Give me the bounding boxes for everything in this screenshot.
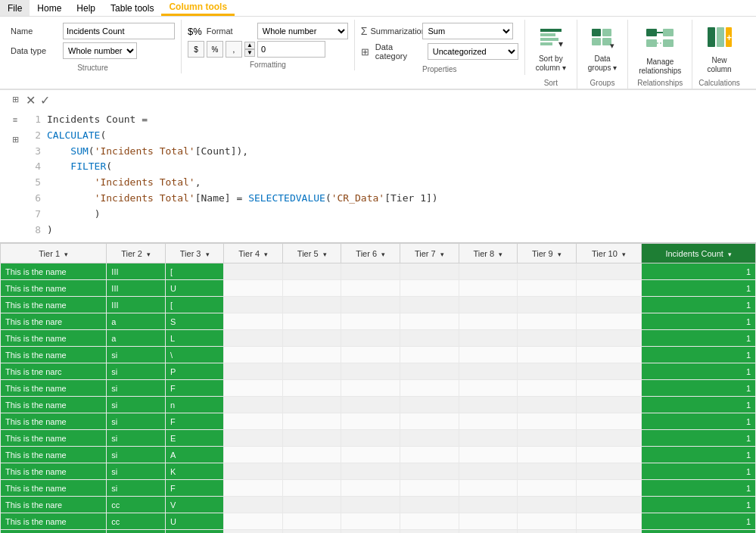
cell-tier2: e (107, 530, 166, 533)
svg-rect-6 (602, 29, 611, 36)
cell-tier3: U (165, 280, 224, 297)
relationships-group-label: Relationships (637, 76, 683, 87)
cell-tier4 (224, 347, 283, 363)
cell-tier8 (459, 497, 518, 513)
cell-tier9 (518, 463, 577, 480)
cell-tier4 (224, 497, 283, 513)
col-tier7[interactable]: Tier 7 ▾ (400, 244, 459, 263)
table-row: This is the namesi\1 (1, 347, 756, 363)
datacategory-select[interactable]: Uncategorized (428, 43, 518, 60)
menu-table-tools[interactable]: Table tools (103, 0, 161, 16)
cell-tier2: III (107, 297, 166, 313)
properties-controls: Σ Summarization Sum ⊞ Data category Unca… (361, 23, 518, 62)
cell-incidents-count: 1 (642, 497, 756, 513)
decimal-spinner[interactable]: ▲ ▼ (244, 42, 255, 57)
svg-rect-10 (646, 29, 657, 36)
cell-tier2: si (107, 430, 166, 447)
cell-tier1: This is the name (1, 430, 107, 447)
format-select[interactable]: Whole number (257, 23, 348, 39)
cell-incidents-count: 1 (642, 263, 756, 280)
cell-tier9 (518, 280, 577, 297)
svg-rect-7 (592, 38, 601, 45)
cell-tier6 (341, 497, 400, 513)
svg-rect-5 (592, 29, 601, 36)
cell-tier8 (459, 297, 518, 313)
formula-line-8: 8) (26, 223, 751, 238)
cell-tier8 (459, 397, 518, 413)
cell-tier3: [ (165, 263, 224, 280)
cell-incidents-count: 1 (642, 480, 756, 497)
cell-tier1: This is the name (1, 280, 107, 297)
cell-tier8 (459, 263, 518, 280)
menu-home[interactable]: Home (30, 0, 69, 16)
percent-btn[interactable]: % (207, 41, 223, 58)
name-label: Name (11, 26, 60, 36)
col-tier8[interactable]: Tier 8 ▾ (459, 244, 518, 263)
cell-tier1: This is the name (1, 397, 107, 413)
formula-line-5: 5 'Incidents Total', (26, 175, 751, 191)
menu-file[interactable]: File (0, 0, 30, 16)
name-input[interactable] (63, 23, 175, 39)
cell-tier8 (459, 380, 518, 397)
col-tier2[interactable]: Tier 2 ▾ (107, 244, 166, 263)
col-tier9[interactable]: Tier 9 ▾ (518, 244, 577, 263)
cell-tier2: cc (107, 513, 166, 530)
cell-tier2: si (107, 463, 166, 480)
data-groups-btn[interactable]: ▾ Datagroups ▾ (583, 23, 621, 76)
cell-tier4 (224, 447, 283, 463)
cell-tier1: This is the nare (1, 313, 107, 330)
col-incidents-count[interactable]: Incidents Count ▾ (642, 244, 756, 263)
table-row: This is the nameIII[1 (1, 263, 756, 280)
data-groups-label: Datagroups ▾ (588, 55, 617, 73)
manage-relationships-btn[interactable]: Managerelationships (634, 23, 686, 76)
cell-tier3: [ (165, 297, 224, 313)
svg-text:+: + (726, 33, 732, 43)
cell-tier3: S (165, 313, 224, 330)
cell-tier6 (341, 280, 400, 297)
datatype-select[interactable]: Whole number (63, 42, 137, 59)
new-column-btn[interactable]: + Newcolumn (702, 23, 738, 76)
col-tier5[interactable]: Tier 5 ▾ (282, 244, 341, 263)
col-tier6[interactable]: Tier 6 ▾ (341, 244, 400, 263)
menu-column-tools[interactable]: Column tools (161, 0, 235, 16)
col-tier3[interactable]: Tier 3 ▾ (165, 244, 224, 263)
table-body: This is the nameIII[1This is the nameIII… (1, 263, 756, 533)
cell-tier8 (459, 530, 518, 533)
col-tier10[interactable]: Tier 10 ▾ (576, 244, 642, 263)
table-area[interactable]: Tier 1 ▾ Tier 2 ▾ Tier 3 ▾ Tier 4 ▾ Tier… (0, 243, 756, 533)
summarization-select[interactable]: Sum (422, 23, 513, 39)
cell-incidents-count: 1 (642, 380, 756, 397)
sidebar-icon-3: ⊞ (12, 135, 19, 145)
cell-tier6 (341, 347, 400, 363)
cell-incidents-count: 1 (642, 430, 756, 447)
cell-tier1: This is the name (1, 530, 107, 533)
cell-tier2: si (107, 413, 166, 430)
decimal-down[interactable]: ▼ (244, 49, 255, 57)
cell-tier4 (224, 513, 283, 530)
formula-cancel-btn[interactable]: ✕ (26, 93, 36, 108)
formula-line-7: 7 ) (26, 207, 751, 223)
decimal-up[interactable]: ▲ (244, 42, 255, 49)
cell-tier9 (518, 297, 577, 313)
cell-tier10 (576, 363, 642, 380)
currency-btn[interactable]: $ (188, 41, 204, 58)
decimal-input[interactable] (257, 41, 325, 58)
menu-help[interactable]: Help (69, 0, 103, 16)
col-tier4[interactable]: Tier 4 ▾ (224, 244, 283, 263)
cell-incidents-count: 1 (642, 463, 756, 480)
svg-rect-3 (540, 42, 552, 45)
sort-by-column-btn[interactable]: ▾ Sort bycolumn ▾ (531, 23, 571, 76)
cell-tier8 (459, 280, 518, 297)
comma-btn[interactable]: , (226, 41, 242, 58)
cell-tier4 (224, 313, 283, 330)
cell-tier7 (400, 447, 459, 463)
cell-tier5 (282, 463, 341, 480)
formula-confirm-btn[interactable]: ✓ (40, 93, 50, 108)
table-row: This is tne narcsiP1 (1, 363, 756, 380)
cell-incidents-count: 1 (642, 413, 756, 430)
ribbon: Name Data type Whole number Structure $%… (0, 17, 756, 90)
cell-tier6 (341, 313, 400, 330)
summarization-icon: Σ (361, 25, 368, 37)
cell-tier1: This is the name (1, 330, 107, 347)
col-tier1[interactable]: Tier 1 ▾ (1, 244, 107, 263)
